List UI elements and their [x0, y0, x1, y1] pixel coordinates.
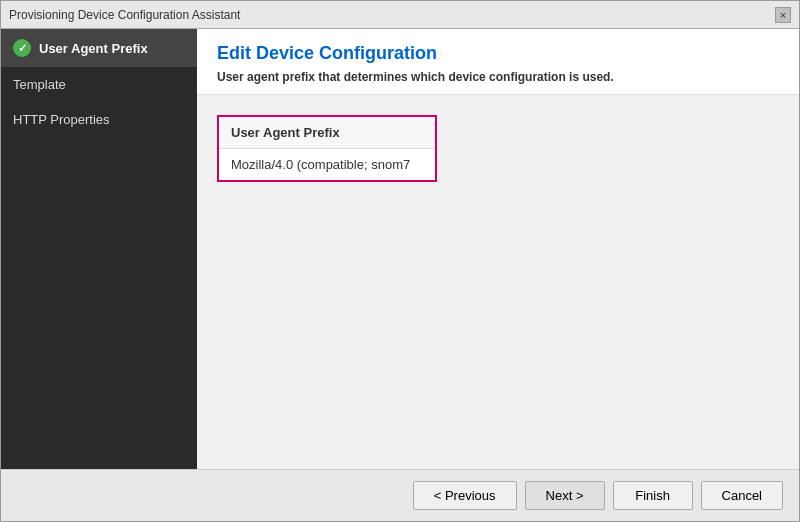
finish-button[interactable]: Finish	[613, 481, 693, 510]
sidebar-item-user-agent-prefix[interactable]: ✓ User Agent Prefix	[1, 29, 197, 67]
close-button[interactable]: ×	[775, 7, 791, 23]
main-panel: Edit Device Configuration User agent pre…	[197, 29, 799, 469]
title-bar: Provisioning Device Configuration Assist…	[1, 1, 799, 29]
form-card: User Agent Prefix Mozilla/4.0 (compatibl…	[217, 115, 437, 182]
page-title: Edit Device Configuration	[217, 43, 779, 64]
sidebar-item-label: User Agent Prefix	[39, 41, 148, 56]
content-area: ✓ User Agent Prefix Template HTTP Proper…	[1, 29, 799, 469]
next-button[interactable]: Next >	[525, 481, 605, 510]
main-window: Provisioning Device Configuration Assist…	[0, 0, 800, 522]
sidebar-item-http-properties[interactable]: HTTP Properties	[1, 102, 197, 137]
previous-button[interactable]: < Previous	[413, 481, 517, 510]
form-card-value: Mozilla/4.0 (compatible; snom7	[219, 149, 435, 180]
main-body: User Agent Prefix Mozilla/4.0 (compatibl…	[197, 95, 799, 469]
sidebar-item-label: Template	[13, 77, 66, 92]
sidebar-item-template[interactable]: Template	[1, 67, 197, 102]
sidebar: ✓ User Agent Prefix Template HTTP Proper…	[1, 29, 197, 469]
sidebar-item-label: HTTP Properties	[13, 112, 110, 127]
check-icon: ✓	[13, 39, 31, 57]
footer: < Previous Next > Finish Cancel	[1, 469, 799, 521]
cancel-button[interactable]: Cancel	[701, 481, 783, 510]
main-header: Edit Device Configuration User agent pre…	[197, 29, 799, 95]
window-title: Provisioning Device Configuration Assist…	[9, 8, 240, 22]
page-subtitle: User agent prefix that determines which …	[217, 70, 779, 84]
form-card-header: User Agent Prefix	[219, 117, 435, 149]
